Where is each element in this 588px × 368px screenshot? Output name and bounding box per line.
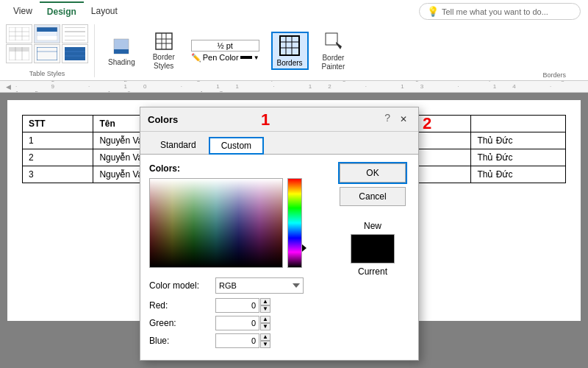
- svg-rect-30: [280, 36, 299, 55]
- border-styles-label: BorderStyles: [153, 53, 175, 71]
- color-bar-canvas[interactable]: [287, 178, 302, 268]
- ok-button[interactable]: OK: [340, 163, 406, 183]
- colors-section-label: Colors:: [149, 163, 323, 174]
- color-bar-container: [287, 178, 302, 270]
- ribbon-tabs: View Design Layout 💡 Tell me what you wa…: [0, 0, 588, 21]
- header-district: [471, 116, 566, 132]
- svg-rect-35: [326, 33, 337, 45]
- annotation-2: 2: [423, 114, 431, 133]
- style-box-3[interactable]: [62, 24, 88, 43]
- new-label: New: [364, 221, 381, 231]
- color-model-label: Color model:: [149, 280, 215, 291]
- style-box-4[interactable]: [6, 44, 32, 63]
- blue-label: Blue:: [149, 336, 215, 346]
- color-model-row: Color model: RGB: [149, 277, 323, 294]
- borders-icon: [279, 35, 301, 59]
- ruler: ◀ · 1 · 2 · 3 · 4 · 5 · 6 · 7 · 8 · 9 · …: [0, 81, 588, 93]
- red-label: Red:: [149, 300, 215, 311]
- svg-rect-24: [114, 49, 129, 54]
- svg-rect-0: [9, 27, 29, 40]
- border-styles-button[interactable]: BorderStyles: [148, 29, 179, 73]
- green-label: Green:: [149, 318, 215, 328]
- help-icon[interactable]: ?: [384, 112, 390, 127]
- green-row: Green: ▲ ▼: [149, 316, 323, 330]
- green-down-button[interactable]: ▼: [260, 323, 270, 330]
- border-painter-icon: [323, 30, 343, 52]
- current-label: Current: [358, 266, 387, 277]
- svg-rect-6: [37, 32, 57, 36]
- tell-me-bar[interactable]: 💡 Tell me what you want to do...: [419, 3, 581, 20]
- border-painter-label: BorderPainter: [322, 54, 345, 71]
- pen-color-button[interactable]: ½ pt ✏️ Pen Color ▼: [188, 35, 262, 67]
- pen-color-label: Pen Color: [203, 53, 239, 62]
- style-box-5[interactable]: [34, 44, 60, 63]
- red-input[interactable]: [215, 298, 259, 313]
- dialog-content: Colors: Color model:: [140, 154, 418, 360]
- tell-me-text: Tell me what you want to do...: [442, 7, 548, 16]
- style-box-2[interactable]: [34, 24, 60, 43]
- tab-design[interactable]: Design: [40, 1, 84, 21]
- dialog-title: Colors: [148, 114, 178, 125]
- blue-down-button[interactable]: ▼: [260, 341, 270, 348]
- colors-dialog: Colors ? ✕ Standard Custom Colors:: [140, 107, 419, 361]
- tab-standard[interactable]: Standard: [148, 136, 209, 154]
- border-painter-button[interactable]: BorderPainter: [318, 29, 350, 73]
- blue-spinner: ▲ ▼: [260, 333, 270, 348]
- svg-rect-9: [65, 27, 85, 40]
- red-down-button[interactable]: ▼: [260, 305, 270, 313]
- ribbon: View Design Layout 💡 Tell me what you wa…: [0, 0, 588, 81]
- blue-input[interactable]: [215, 333, 259, 348]
- red-row: Red: ▲ ▼: [149, 298, 323, 313]
- dialog-controls: ? ✕: [384, 112, 411, 127]
- cancel-button[interactable]: Cancel: [340, 187, 406, 206]
- tab-custom[interactable]: Custom: [209, 137, 264, 155]
- shading-label: Shading: [108, 58, 135, 66]
- blue-row: Blue: ▲ ▼: [149, 333, 323, 348]
- dialog-right-panel: OK Cancel New Current: [329, 163, 409, 351]
- dialog-left-panel: Colors: Color model:: [149, 163, 323, 351]
- svg-rect-7: [37, 36, 57, 40]
- color-picker-area: [149, 178, 323, 270]
- tab-view[interactable]: View: [6, 1, 40, 21]
- ruler-marks: · 1 · 2 · 3 · 4 · 5 · 6 · 7 · 8 · 9 · 10…: [12, 81, 582, 93]
- cell-row2-stt: 2: [23, 149, 93, 166]
- pen-color-swatch: [240, 56, 252, 59]
- green-up-button[interactable]: ▲: [260, 316, 270, 323]
- svg-rect-20: [65, 47, 85, 60]
- blue-up-button[interactable]: ▲: [260, 333, 270, 341]
- shading-button[interactable]: Shading: [104, 29, 140, 73]
- shading-icon: [111, 36, 132, 57]
- svg-rect-15: [9, 47, 29, 52]
- svg-rect-5: [37, 27, 57, 32]
- cell-row3-stt: 3: [23, 166, 93, 183]
- border-styles-icon: [154, 31, 174, 52]
- svg-rect-18: [37, 47, 57, 60]
- red-spinner: ▲ ▼: [260, 298, 270, 313]
- annotation-1: 1: [261, 110, 270, 130]
- pen-color-row: ✏️ Pen Color ▼: [191, 53, 259, 63]
- color-model-select[interactable]: RGB: [215, 277, 304, 294]
- borders-group-label: Borders: [542, 71, 566, 79]
- borders-label: Borders: [277, 59, 303, 67]
- pt-value: ½ pt: [191, 40, 259, 52]
- new-color-swatch: [351, 234, 395, 263]
- cell-row2-dist: Thủ Đức: [471, 149, 566, 166]
- header-stt: STT: [23, 116, 93, 132]
- red-up-button[interactable]: ▲: [260, 298, 270, 305]
- cell-row3-dist: Thủ Đức: [471, 166, 566, 183]
- green-spinner: ▲ ▼: [260, 316, 270, 330]
- cell-row1-dist: Thủ Đức: [471, 132, 566, 149]
- cell-row1-stt: 1: [23, 132, 93, 149]
- style-box-6[interactable]: [62, 44, 88, 63]
- svg-rect-25: [156, 33, 172, 49]
- ribbon-body: Table Styles Shading BorderStyles ½ pt ✏…: [0, 21, 588, 81]
- dialog-close-button[interactable]: ✕: [396, 112, 411, 127]
- dialog-titlebar: Colors ? ✕: [140, 107, 418, 132]
- table-styles-area: [6, 24, 88, 68]
- table-styles-label: Table Styles: [29, 70, 65, 77]
- color-gradient-canvas[interactable]: [149, 178, 283, 268]
- green-input[interactable]: [215, 316, 259, 330]
- style-box-1[interactable]: [6, 24, 32, 43]
- borders-button[interactable]: Borders: [271, 32, 309, 70]
- tab-layout[interactable]: Layout: [84, 1, 125, 21]
